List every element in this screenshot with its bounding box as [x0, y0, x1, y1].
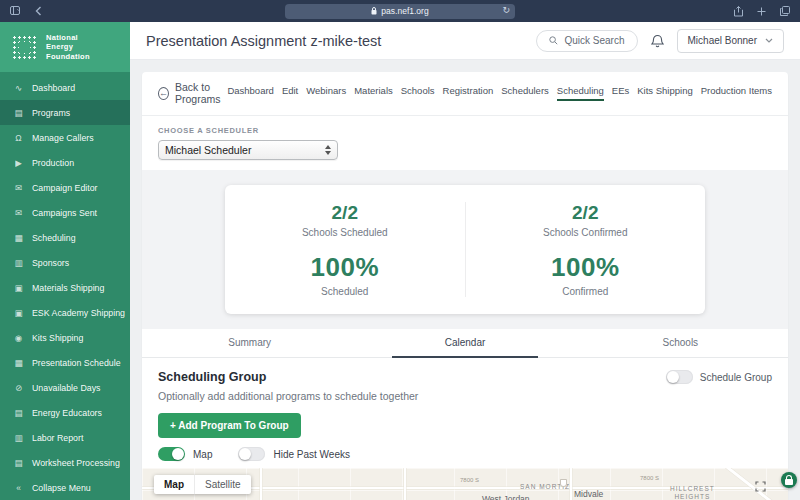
energy-educators-icon: ▤	[13, 408, 24, 418]
privacy-lock-badge[interactable]	[781, 472, 797, 488]
back-icon[interactable]	[35, 6, 42, 16]
sidebar-item-esk-academy-shipping[interactable]: ▣ ESK Academy Shipping	[0, 300, 130, 325]
scheduling-icon: ▦	[13, 233, 24, 243]
map-label-midvale: Midvale	[574, 489, 603, 499]
stat-confirmed: 2/2 Schools Confirmed 100% Confirmed	[465, 202, 706, 297]
chevron-down-icon	[765, 38, 773, 43]
select-stepper-icon	[325, 145, 331, 155]
share-icon[interactable]	[734, 6, 743, 17]
sidebar: National Energy Foundation ∿ Dashboard ▤…	[0, 22, 130, 500]
sidebar-item-manage-callers[interactable]: Ω Manage Callers	[0, 125, 130, 150]
map-type-satellite-button[interactable]: Satellite	[194, 475, 251, 494]
collapse-menu-label: Collapse Menu	[32, 483, 91, 493]
sidebar-item-campaign-editor[interactable]: ✉ Campaign Editor	[0, 175, 130, 200]
crumb-row: ← Back to Programs Dashboard Edit Webina…	[142, 72, 788, 116]
main-panel: ← Back to Programs Dashboard Edit Webina…	[142, 72, 788, 500]
sidebar-item-label: Campaign Editor	[32, 183, 98, 193]
route-shield-icon	[560, 479, 567, 487]
sidebar-item-worksheet-processing[interactable]: ▤ Worksheet Processing	[0, 450, 130, 475]
sidebar-nav: ∿ Dashboard ▤ Programs Ω Manage Callers …	[0, 72, 130, 475]
stat-scheduled: 2/2 Schools Scheduled 100% Scheduled	[225, 202, 465, 297]
program-nav-link-materials[interactable]: Materials	[354, 85, 393, 101]
campaign-editor-icon: ✉	[13, 183, 24, 193]
map-canvas[interactable]: Map Satellite West Jordan SAN MORTIZ Mid…	[142, 468, 788, 500]
sidebar-item-label: Sponsors	[32, 258, 69, 268]
url-text: pas.nef1.org	[381, 6, 428, 16]
add-program-to-group-button[interactable]: + Add Program To Group	[158, 413, 301, 438]
scheduling-group-title: Scheduling Group	[158, 370, 266, 384]
map-type-control: Map Satellite	[154, 475, 251, 494]
sidebar-item-unavailable-days[interactable]: ⊘ Unavailable Days	[0, 375, 130, 400]
map-type-map-button[interactable]: Map	[154, 475, 194, 494]
program-nav-link-webinars[interactable]: Webinars	[306, 85, 346, 101]
collapse-icon: «	[13, 483, 24, 493]
sidebar-item-kits-shipping[interactable]: ◉ Kits Shipping	[0, 325, 130, 350]
program-nav-link-schedulers[interactable]: Schedulers	[501, 85, 549, 101]
scheduling-group-section: Scheduling Group Schedule Group Optional…	[142, 358, 788, 444]
scheduler-block: CHOOSE A SCHEDULER Michael Scheduler	[142, 116, 788, 170]
presentation-schedule-icon: ▦	[13, 358, 24, 368]
stats-zone: 2/2 Schools Scheduled 100% Scheduled 2/2…	[142, 170, 788, 329]
sidebar-item-campaigns-sent[interactable]: ✉ Campaigns Sent	[0, 200, 130, 225]
sidebar-item-energy-educators[interactable]: ▤ Energy Educators	[0, 400, 130, 425]
hide-past-weeks-toggle[interactable]	[238, 447, 265, 461]
program-nav-link-registration[interactable]: Registration	[443, 85, 494, 101]
labor-report-icon: ▥	[13, 433, 24, 443]
sidebar-toggle-icon[interactable]	[10, 6, 23, 16]
collapse-menu-button[interactable]: « Collapse Menu	[0, 475, 130, 500]
worksheet-processing-icon: ▤	[13, 458, 24, 468]
back-arrow-circle-icon: ←	[158, 87, 169, 100]
program-nav-link-scheduling[interactable]: Scheduling	[557, 85, 604, 101]
program-nav-link-kits-shipping[interactable]: Kits Shipping	[637, 85, 692, 101]
map-label-road-b: 7800 S	[640, 475, 659, 481]
user-menu-button[interactable]: Michael Bonner	[677, 29, 784, 53]
sidebar-item-scheduling[interactable]: ▦ Scheduling	[0, 225, 130, 250]
map-label-hillcrest-heights: HILLCREST HEIGHTS	[670, 485, 715, 500]
sidebar-item-label: Dashboard	[32, 83, 75, 93]
program-nav-link-production-items[interactable]: Production Items	[701, 85, 772, 101]
sidebar-item-labor-report[interactable]: ▥ Labor Report	[0, 425, 130, 450]
program-nav-link-edit[interactable]: Edit	[282, 85, 298, 101]
scheduled-percent-label: Scheduled	[225, 286, 465, 297]
program-nav-link-dashboard[interactable]: Dashboard	[227, 85, 273, 101]
sidebar-item-sponsors[interactable]: ▥ Sponsors	[0, 250, 130, 275]
tab-calendar[interactable]: Calendar	[357, 329, 572, 357]
address-bar[interactable]: pas.nef1.org ↻	[285, 4, 515, 19]
content-area: ← Back to Programs Dashboard Edit Webina…	[130, 60, 800, 500]
lock-icon	[371, 7, 377, 15]
sidebar-item-label: Worksheet Processing	[32, 458, 120, 468]
quick-search-button[interactable]: Quick Search	[536, 30, 637, 52]
tab-schools[interactable]: Schools	[573, 329, 788, 357]
schedule-group-toggle[interactable]	[666, 370, 693, 384]
map-toggle[interactable]	[158, 447, 185, 461]
reload-icon[interactable]: ↻	[502, 5, 510, 15]
sidebar-item-dashboard[interactable]: ∿ Dashboard	[0, 75, 130, 100]
scheduler-select[interactable]: Michael Scheduler	[158, 140, 338, 160]
scheduling-group-subtitle: Optionally add additional programs to sc…	[158, 390, 772, 402]
user-name: Michael Bonner	[688, 35, 757, 46]
view-tabs: Summary Calendar Schools	[142, 329, 788, 358]
sidebar-item-presentation-schedule[interactable]: ▦ Presentation Schedule	[0, 350, 130, 375]
confirmed-ratio: 2/2	[466, 202, 706, 224]
sidebar-item-label: Materials Shipping	[32, 283, 104, 293]
hide-past-weeks-label: Hide Past Weeks	[273, 449, 350, 460]
new-tab-icon[interactable]	[757, 7, 766, 16]
tab-summary[interactable]: Summary	[142, 329, 357, 357]
map-label-west-jordan: West Jordan	[482, 494, 530, 500]
sidebar-item-label: Production	[32, 158, 74, 168]
tab-overview-icon[interactable]	[780, 6, 790, 16]
search-icon	[549, 36, 558, 45]
nef-logo-block[interactable]: National Energy Foundation	[0, 22, 130, 72]
sidebar-item-production[interactable]: ▶ Production	[0, 150, 130, 175]
sidebar-item-programs[interactable]: ▤ Programs	[0, 100, 130, 125]
production-icon: ▶	[13, 158, 24, 168]
sidebar-item-label: Presentation Schedule	[32, 358, 121, 368]
program-nav-link-ees[interactable]: EEs	[612, 85, 629, 101]
sidebar-item-materials-shipping[interactable]: ▣ Materials Shipping	[0, 275, 130, 300]
program-nav-link-schools[interactable]: Schools	[401, 85, 435, 101]
notifications-bell-icon[interactable]	[651, 34, 664, 48]
programs-icon: ▤	[13, 108, 24, 118]
sidebar-item-label: ESK Academy Shipping	[32, 308, 125, 318]
fullscreen-icon[interactable]	[755, 481, 766, 492]
back-to-programs-link[interactable]: ← Back to Programs	[158, 81, 227, 105]
